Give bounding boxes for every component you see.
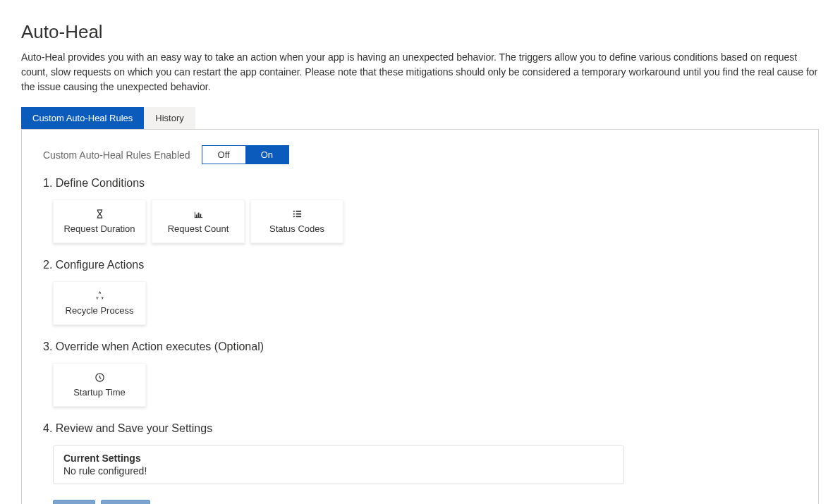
section-1-heading: 1. Define Conditions: [43, 177, 797, 190]
svg-rect-9: [293, 216, 294, 217]
page-description: Auto-Heal provides you with an easy way …: [21, 50, 818, 94]
svg-rect-1: [194, 212, 195, 218]
toggle-group: Off On: [202, 145, 289, 164]
list-icon: [292, 209, 303, 221]
section-2-heading: 2. Configure Actions: [43, 259, 797, 271]
svg-rect-8: [296, 214, 301, 215]
tile-label: Startup Time: [73, 387, 126, 398]
tile-recycle-process[interactable]: Recycle Process: [53, 281, 146, 325]
tile-request-duration[interactable]: Request Duration: [53, 199, 146, 243]
tile-startup-time[interactable]: Startup Time: [53, 363, 146, 407]
tabs-bar: Custom Auto-Heal Rules History: [21, 107, 819, 129]
tab-history[interactable]: History: [144, 107, 195, 129]
save-button[interactable]: Save: [53, 500, 95, 504]
section-1-tiles: Request Duration Request Count: [53, 199, 797, 243]
button-row: Save Cancel: [53, 500, 797, 504]
tile-label: Status Codes: [269, 223, 324, 234]
tile-label: Request Duration: [63, 223, 135, 234]
tile-request-count[interactable]: Request Count: [152, 199, 245, 243]
section-4-heading: 4. Review and Save your Settings: [43, 422, 797, 435]
bar-chart-icon: [193, 209, 204, 221]
section-3-heading: 3. Override when Action executes (Option…: [43, 340, 797, 353]
clock-icon: [95, 372, 105, 384]
cancel-button[interactable]: Cancel: [101, 500, 150, 504]
tile-label: Recycle Process: [66, 305, 134, 316]
tile-status-codes[interactable]: Status Codes: [250, 199, 343, 243]
svg-rect-2: [195, 214, 197, 217]
content-panel: Custom Auto-Heal Rules Enabled Off On 1.…: [21, 129, 819, 504]
current-settings-message: No rule configured!: [63, 465, 614, 477]
section-3-tiles: Startup Time: [53, 363, 797, 407]
svg-rect-6: [296, 211, 301, 212]
hourglass-icon: [95, 209, 105, 221]
svg-rect-10: [296, 216, 301, 217]
svg-rect-3: [197, 213, 199, 218]
tile-label: Request Count: [168, 223, 229, 234]
toggle-on[interactable]: On: [245, 146, 288, 164]
current-settings-title: Current Settings: [63, 453, 614, 464]
svg-rect-5: [293, 211, 294, 212]
recycle-icon: [95, 290, 105, 302]
svg-rect-0: [194, 217, 202, 218]
current-settings-box: Current Settings No rule configured!: [53, 445, 624, 484]
page-title: Auto-Heal: [21, 21, 819, 43]
enabled-toggle-row: Custom Auto-Heal Rules Enabled Off On: [43, 145, 797, 164]
tab-custom-rules[interactable]: Custom Auto-Heal Rules: [21, 107, 144, 129]
toggle-off[interactable]: Off: [202, 146, 245, 164]
svg-rect-4: [200, 214, 201, 218]
toggle-label: Custom Auto-Heal Rules Enabled: [43, 149, 190, 161]
svg-rect-7: [293, 214, 294, 215]
section-2-tiles: Recycle Process: [53, 281, 797, 325]
